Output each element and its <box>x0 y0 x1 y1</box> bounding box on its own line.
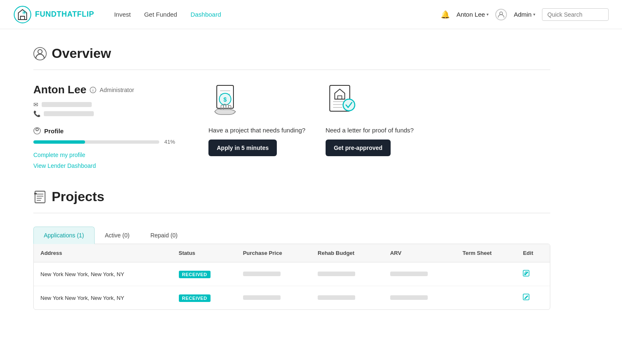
profile-label: Profile <box>33 127 175 135</box>
funding-svg: $ <box>208 83 242 121</box>
profile-label-icon <box>33 127 41 135</box>
quick-search-input[interactable] <box>542 8 609 21</box>
info-icon[interactable]: i <box>90 87 96 93</box>
row1-purchase-price <box>236 262 311 286</box>
overview-header: Overview <box>33 46 550 61</box>
projects-table: Address Status Purchase Price Rehab Budg… <box>34 244 550 309</box>
nav-get-funded[interactable]: Get Funded <box>144 11 177 18</box>
admin-label: Admin <box>514 11 532 18</box>
preapproval-svg <box>326 83 359 121</box>
cta-preapproval-text: Need a letter for proof of funds? <box>326 126 414 135</box>
admin-chevron-icon: ▾ <box>533 12 535 17</box>
projects-header: Projects <box>33 189 550 204</box>
svg-rect-28 <box>34 193 37 194</box>
edit-icon[interactable] <box>523 271 529 278</box>
progress-fill <box>33 140 85 144</box>
row1-arv <box>384 262 456 286</box>
table-header: Address Status Purchase Price Rehab Budg… <box>34 244 550 262</box>
navbar: FUNDTHATFLIP Invest Get Funded Dashboard… <box>0 0 622 29</box>
col-purchase-price: Purchase Price <box>236 244 311 262</box>
nav-invest[interactable]: Invest <box>114 11 131 18</box>
col-edit: Edit <box>516 244 550 262</box>
person-icon <box>497 11 505 18</box>
row1-status: RECEIVED <box>172 262 236 286</box>
row2-arv <box>384 286 456 310</box>
cta-funding-text: Have a project that needs funding? <box>208 126 306 135</box>
row2-address: New York New York, New York, NY <box>34 286 172 310</box>
table-body: New York New York, New York, NY RECEIVED <box>34 262 550 310</box>
col-arv: ARV <box>384 244 456 262</box>
col-term-sheet: Term Sheet <box>456 244 516 262</box>
admin-menu[interactable]: Admin ▾ <box>514 11 535 18</box>
row1-rehab-budget <box>311 262 384 286</box>
user-chevron-icon: ▾ <box>487 12 489 17</box>
project-tabs: Applications (1) Active (0) Repaid (0) <box>33 227 550 244</box>
status-badge-received: RECEIVED <box>179 271 211 278</box>
tab-repaid[interactable]: Repaid (0) <box>140 227 188 244</box>
status-badge-received-2: RECEIVED <box>179 294 211 302</box>
logo-text: FUNDTHATFLIP <box>35 10 94 19</box>
svg-marker-17 <box>335 89 345 99</box>
tab-active[interactable]: Active (0) <box>95 227 140 244</box>
col-rehab-budget: Rehab Budget <box>311 244 384 262</box>
projects-icon <box>33 190 47 204</box>
progress-bar-wrap: 41% <box>33 139 175 145</box>
funding-illustration: $ <box>208 83 242 121</box>
email-row: ✉ <box>33 101 175 108</box>
svg-point-22 <box>343 99 355 111</box>
svg-point-0 <box>14 6 31 23</box>
overview-content: Anton Lee i Administrator ✉ 📞 <box>33 83 550 169</box>
row2-status: RECEIVED <box>172 286 236 310</box>
main-content: Overview Anton Lee i Administrator ✉ 📞 <box>0 29 584 327</box>
projects-table-wrap: Address Status Purchase Price Rehab Budg… <box>33 244 550 310</box>
overview-title: Overview <box>52 46 111 61</box>
apply-button[interactable]: Apply in 5 minutes <box>208 140 277 156</box>
preapproval-illustration <box>326 83 359 121</box>
table-row: New York New York, New York, NY RECEIVED <box>34 286 550 310</box>
projects-title: Projects <box>52 189 104 204</box>
user-menu[interactable]: Anton Lee ▾ <box>456 11 489 18</box>
edit-icon-2[interactable] <box>523 294 529 302</box>
email-icon: ✉ <box>33 101 38 108</box>
logo[interactable]: FUNDTHATFLIP <box>13 5 94 24</box>
complete-profile-link[interactable]: Complete my profile <box>33 152 175 158</box>
overview-icon <box>33 47 47 60</box>
col-address: Address <box>34 244 172 262</box>
preapproval-button[interactable]: Get pre-approved <box>326 140 391 156</box>
progress-bar <box>33 140 159 144</box>
phone-row: 📞 <box>33 110 175 117</box>
tab-applications[interactable]: Applications (1) <box>33 227 95 244</box>
row1-edit[interactable] <box>516 262 550 286</box>
svg-rect-18 <box>338 96 342 99</box>
email-value <box>42 102 92 107</box>
projects-section: Projects Applications (1) Active (0) Rep… <box>33 189 550 310</box>
phone-icon: 📞 <box>33 110 40 117</box>
row2-rehab-budget <box>311 286 384 310</box>
table-row: New York New York, New York, NY RECEIVED <box>34 262 550 286</box>
nav-right: 🔔 Anton Lee ▾ Admin ▾ <box>441 8 609 21</box>
user-info: Anton Lee i Administrator ✉ 📞 <box>33 83 175 169</box>
svg-text:$: $ <box>223 96 227 103</box>
profile-icon[interactable] <box>495 9 507 20</box>
cta-cards: $ Have a project that needs funding? App… <box>208 83 414 156</box>
overview-divider <box>33 70 550 70</box>
row2-purchase-price <box>236 286 311 310</box>
svg-text:i: i <box>93 88 94 92</box>
profile-links: Complete my profile View Lender Dashboar… <box>33 152 175 169</box>
progress-percent: 41% <box>164 139 175 145</box>
projects-divider <box>33 213 550 213</box>
cta-card-preapproval: Need a letter for proof of funds? Get pr… <box>326 83 414 156</box>
row1-address: New York New York, New York, NY <box>34 262 172 286</box>
lender-dashboard-link[interactable]: View Lender Dashboard <box>33 162 175 169</box>
cta-card-funding: $ Have a project that needs funding? App… <box>208 83 306 156</box>
nav-links: Invest Get Funded Dashboard <box>114 11 441 18</box>
bell-icon[interactable]: 🔔 <box>441 10 450 19</box>
row2-term-sheet <box>456 286 516 310</box>
user-name-label: Anton Lee <box>456 11 485 18</box>
nav-dashboard[interactable]: Dashboard <box>191 11 221 18</box>
user-display-name: Anton Lee i Administrator <box>33 83 175 96</box>
phone-value <box>44 111 94 116</box>
logo-icon <box>13 5 32 24</box>
row1-term-sheet <box>456 262 516 286</box>
row2-edit[interactable] <box>516 286 550 310</box>
